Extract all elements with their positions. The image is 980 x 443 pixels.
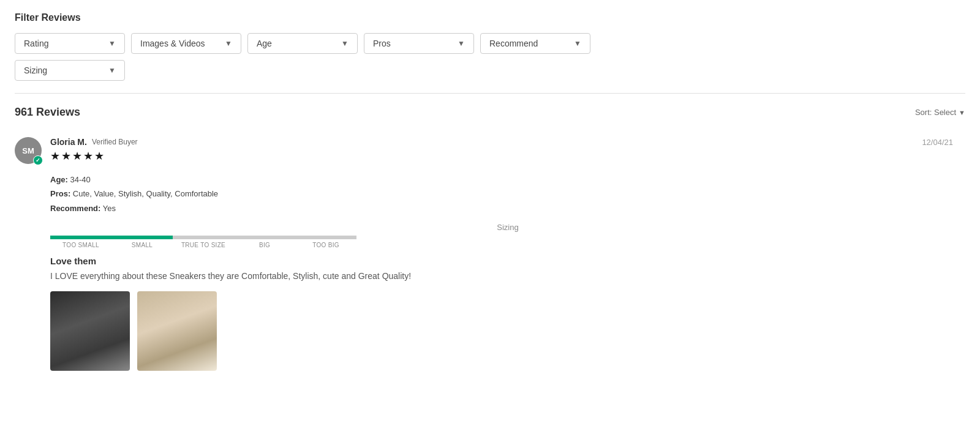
reviewer-name: Gloria M. [50, 137, 87, 147]
star-3: ★ [72, 149, 82, 163]
review-body: I LOVE everything about these Sneakers t… [50, 270, 965, 283]
filter-row-2: Sizing ▼ [15, 60, 965, 81]
reviews-count: 961 Reviews [15, 106, 80, 119]
pros-value: Cute, Value, Stylish, Quality, Comfortab… [73, 189, 218, 198]
recommend-value: Yes [103, 204, 116, 213]
filter-images-videos-chevron: ▼ [225, 39, 232, 48]
sizing-header: Sizing [50, 223, 965, 232]
page-container: Filter Reviews Rating ▼ Images & Videos … [0, 0, 980, 443]
review-date: 12/04/21 [922, 138, 965, 147]
filter-sizing-chevron: ▼ [108, 66, 116, 75]
verified-badge-icon: ✓ [33, 155, 43, 165]
review-image-2[interactable] [137, 291, 217, 371]
sizing-label-small: SMALL [111, 242, 173, 248]
review-main: SM ✓ Gloria M. Verified Buyer 12/04/21 ★… [15, 137, 965, 371]
sort-label: Sort: Select [915, 108, 956, 117]
sizing-label-true: TRUE TO SIZE [173, 242, 234, 248]
sizing-label-big: BIG [234, 242, 295, 248]
sizing-segment-too-small [50, 236, 111, 239]
filter-pros-label: Pros [373, 39, 391, 48]
sizing-bar-container [50, 236, 356, 239]
reviewer-details: Gloria M. Verified Buyer 12/04/21 ★ ★ ★ … [50, 137, 965, 166]
filter-pros[interactable]: Pros ▼ [364, 33, 474, 54]
filter-pros-chevron: ▼ [458, 39, 465, 48]
star-rating: ★ ★ ★ ★ ★ [50, 149, 965, 163]
sizing-segment-true [173, 236, 234, 239]
filter-age-chevron: ▼ [341, 39, 349, 48]
age-label: Age: [50, 175, 68, 184]
filter-row-1: Rating ▼ Images & Videos ▼ Age ▼ Pros ▼ … [15, 33, 965, 54]
age-row: Age: 34-40 [50, 173, 965, 187]
review-images [50, 291, 965, 371]
avatar: SM ✓ [15, 137, 42, 164]
reviews-header: 961 Reviews Sort: Select ▼ [15, 106, 965, 119]
filter-rating-chevron: ▼ [108, 39, 116, 48]
review-title: Love them [50, 256, 965, 266]
age-value: 34-40 [70, 175, 91, 184]
sizing-labels-row: TOO SMALL SMALL TRUE TO SIZE BIG TOO BIG [50, 242, 356, 248]
filter-recommend-label: Recommend [489, 39, 538, 48]
filter-age[interactable]: Age ▼ [247, 33, 358, 54]
sizing-segment-small [111, 236, 173, 239]
reviewer-name-row: Gloria M. Verified Buyer 12/04/21 [50, 137, 965, 147]
filter-age-label: Age [257, 39, 272, 48]
sizing-label-too-big: TOO BIG [295, 242, 356, 248]
star-4: ★ [83, 149, 93, 163]
filter-recommend-chevron: ▼ [574, 39, 581, 48]
review-image-1[interactable] [50, 291, 130, 371]
filter-rating[interactable]: Rating ▼ [15, 33, 125, 54]
filter-sizing-label: Sizing [24, 65, 47, 75]
sort-control[interactable]: Sort: Select ▼ [915, 108, 965, 117]
pros-row: Pros: Cute, Value, Stylish, Quality, Com… [50, 187, 965, 201]
star-2: ★ [61, 149, 71, 163]
sizing-label-too-small: TOO SMALL [50, 242, 111, 248]
filter-title: Filter Reviews [15, 12, 965, 23]
filter-rating-label: Rating [24, 39, 48, 48]
filter-images-videos-label: Images & Videos [140, 39, 205, 48]
star-5: ★ [94, 149, 104, 163]
recommend-label: Recommend: [50, 204, 100, 213]
avatar-initials: SM [22, 146, 34, 155]
sizing-segment-too-big [295, 236, 356, 239]
filter-recommend[interactable]: Recommend ▼ [480, 33, 590, 54]
sizing-segment-big [234, 236, 295, 239]
review-meta: Age: 34-40 Pros: Cute, Value, Stylish, Q… [50, 173, 965, 215]
sizing-section: Sizing TOO SMALL [50, 223, 965, 248]
verified-label: Verified Buyer [92, 138, 138, 146]
review-full-row: SM ✓ Gloria M. Verified Buyer 12/04/21 ★… [15, 137, 965, 371]
reviewer-info: SM ✓ Gloria M. Verified Buyer 12/04/21 ★… [15, 137, 965, 166]
recommend-row: Recommend: Yes [50, 201, 965, 215]
star-1: ★ [50, 149, 60, 163]
filter-sizing[interactable]: Sizing ▼ [15, 60, 125, 81]
review-card: SM ✓ Gloria M. Verified Buyer 12/04/21 ★… [15, 131, 965, 383]
pros-label: Pros: [50, 189, 70, 198]
sort-chevron: ▼ [959, 109, 965, 116]
filter-reviews-section: Filter Reviews Rating ▼ Images & Videos … [15, 12, 965, 81]
section-divider [15, 93, 965, 94]
filter-images-videos[interactable]: Images & Videos ▼ [131, 33, 241, 54]
